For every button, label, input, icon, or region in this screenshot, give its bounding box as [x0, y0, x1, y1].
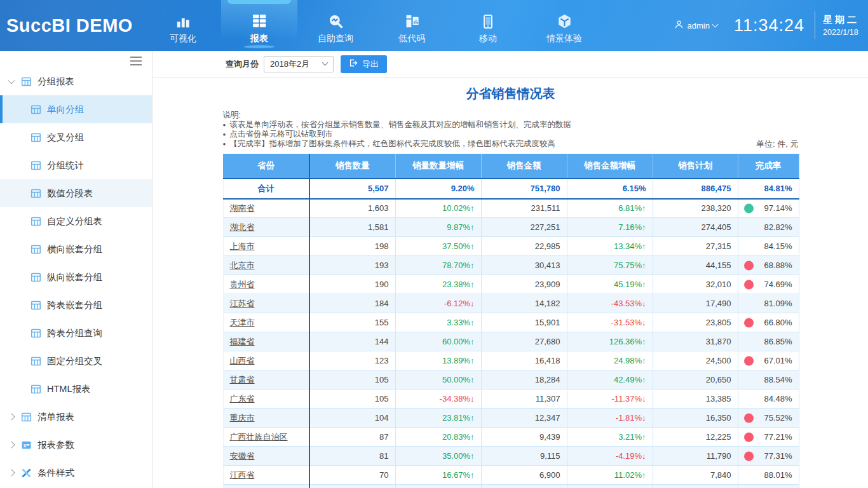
nav-item-label: 移动 — [479, 33, 497, 44]
amount-growth-cell: 45.19%↑ — [567, 275, 653, 294]
table-icon — [31, 104, 41, 115]
qty-growth-cell: 50.00%↑ — [395, 370, 481, 390]
nav-item-low-code[interactable]: 低代码 — [374, 0, 450, 51]
total-cell: 合计 — [223, 179, 309, 199]
province-link[interactable]: 广西壮族自治区 — [230, 432, 288, 442]
province-cell: 江苏省 — [223, 294, 309, 313]
user-menu[interactable]: admin — [674, 20, 717, 31]
green-status-dot-icon — [744, 203, 754, 213]
table-icon — [31, 216, 41, 227]
qty-cell: 87 — [309, 428, 395, 447]
chart-bars-icon — [175, 11, 191, 30]
low-code-blocks-icon — [403, 11, 421, 30]
table-icon — [21, 76, 32, 87]
table-icon — [31, 328, 41, 339]
province-link[interactable]: 山西省 — [230, 356, 255, 365]
qty-cell: 184 — [309, 294, 395, 313]
qty-growth-cell: 37.50%↑ — [395, 237, 481, 256]
province-link[interactable]: 贵州省 — [230, 280, 255, 289]
nav-item-label: 情景体验 — [546, 33, 582, 44]
sidebar-item-condition-style[interactable]: 条件样式 — [0, 459, 152, 487]
rate-cell: 82.82% — [738, 218, 799, 237]
province-cell: 北京市 — [223, 256, 309, 275]
province-link[interactable]: 广东省 — [230, 394, 255, 403]
province-link[interactable]: 湖南省 — [230, 203, 255, 213]
nav-item-self-query[interactable]: 自助查询 — [297, 0, 374, 51]
sidebar-item-cross-group[interactable]: 交叉分组 — [0, 123, 152, 151]
province-link[interactable]: 上海市 — [230, 241, 255, 251]
total-cell: 886,475 — [653, 179, 738, 199]
nav-item-report[interactable]: 报表 — [221, 0, 297, 51]
province-link[interactable]: 北京市 — [230, 261, 255, 270]
qty-cell: 193 — [309, 256, 395, 275]
export-button[interactable]: 导出 — [341, 55, 387, 73]
sidebar-item-label: HTML报表 — [47, 383, 90, 395]
table-icon — [31, 384, 41, 395]
sidebar-item-vertical-nested[interactable]: 纵向嵌套分组 — [0, 263, 152, 291]
column-header: 销售计划 — [653, 154, 738, 179]
table-row-天津市: 天津市1553.33%↑15,901-31.53%↓23,80566.80% — [223, 313, 799, 332]
sidebar-item-label: 固定分组交叉 — [47, 355, 102, 367]
nav-item-label: 自助查询 — [318, 33, 353, 44]
plan-cell: 24,500 — [653, 351, 738, 370]
province-link[interactable]: 甘肃省 — [230, 375, 255, 384]
sidebar-item-horizontal-nested[interactable]: 横向嵌套分组 — [0, 235, 152, 263]
nav-item-visualization[interactable]: 可视化 — [145, 0, 221, 51]
weekday-label: 星期二 — [823, 14, 859, 26]
rate-cell: 75.52% — [738, 409, 799, 428]
table-icon — [31, 272, 41, 283]
amount-growth-cell: 24.98%↑ — [567, 351, 653, 370]
qty-growth-cell: -34.38%↓ — [395, 390, 481, 409]
note-line: 点击省份单元格可以钻取到市 — [223, 130, 799, 139]
export-icon — [349, 58, 358, 69]
month-select[interactable]: 2018年2月 — [264, 56, 334, 72]
province-cell: 山西省 — [223, 351, 309, 370]
search-chart-icon — [327, 11, 344, 30]
province-link[interactable]: 安徽省 — [230, 451, 255, 461]
table-row-福建省: 福建省14460.00%↑27,680126.36%↑31,87086.85% — [223, 332, 799, 351]
amount-growth-cell: -1.81%↓ — [567, 409, 653, 428]
qty-cell: 190 — [309, 275, 395, 294]
province-cell: 广东省 — [223, 390, 309, 409]
nav-item-mobile[interactable]: 移动 — [450, 0, 526, 51]
sidebar-item-crosstable-nested[interactable]: 跨表嵌套分组 — [0, 291, 152, 319]
red-status-dot-icon — [744, 432, 754, 442]
top-nav: 可视化报表自助查询低代码移动情景体验 — [145, 0, 602, 51]
nav-item-scene-experience[interactable]: 情景体验 — [526, 0, 602, 51]
province-link[interactable]: 江西省 — [230, 470, 255, 480]
qty-growth-cell: 10.02%↑ — [395, 199, 481, 218]
param-icon: x= — [21, 440, 32, 451]
sidebar-item-custom-group[interactable]: 自定义分组表 — [0, 207, 152, 235]
column-header: 销售金额 — [481, 154, 567, 179]
total-cell: 751,780 — [481, 179, 567, 199]
province-link[interactable]: 江苏省 — [230, 299, 255, 308]
note-line: 该表是单向浮动表，按省分组显示销售数量、销售金额及其对应的增幅和销售计划、完成率… — [223, 120, 799, 130]
sidebar-item-report-params[interactable]: x=报表参数 — [0, 431, 152, 459]
province-link[interactable]: 福建省 — [230, 337, 255, 346]
collapse-sidebar-button[interactable] — [130, 57, 142, 68]
qty-growth-cell: 23.38%↑ — [395, 275, 481, 294]
sidebar-item-html-report[interactable]: HTML报表 — [0, 375, 152, 403]
sidebar-item-numeric-segment[interactable]: 数值分段表 — [0, 179, 152, 207]
province-link[interactable]: 重庆市 — [230, 413, 255, 423]
red-status-dot-icon — [744, 413, 754, 423]
province-link[interactable]: 天津市 — [230, 318, 255, 327]
filter-label: 查询月份 — [226, 58, 259, 70]
sidebar-item-crosstable-query[interactable]: 跨表分组查询 — [0, 319, 152, 347]
qty-growth-cell: 78.70%↑ — [395, 256, 481, 275]
table-icon — [31, 160, 41, 171]
nav-item-label: 低代码 — [398, 33, 425, 44]
sidebar-item-group-stats[interactable]: 分组统计 — [0, 151, 152, 179]
report-toolbar: 查询月份 2018年2月 导出 — [153, 51, 868, 78]
qty-cell: 104 — [309, 409, 395, 428]
sidebar-item-fixed-cross[interactable]: 固定分组交叉 — [0, 347, 152, 375]
rate-cell: 88.54% — [738, 370, 799, 390]
sidebar-item-group-report[interactable]: 分组报表 — [0, 67, 152, 95]
sidebar-item-label: 自定义分组表 — [47, 215, 102, 227]
sidebar-item-list-report[interactable]: 清单报表 — [0, 403, 152, 431]
date-label: 2022/1/18 — [823, 28, 859, 37]
sidebar-item-oneway-group[interactable]: 单向分组 — [0, 95, 152, 123]
sidebar: 分组报表单向分组交叉分组分组统计数值分段表自定义分组表横向嵌套分组纵向嵌套分组跨… — [0, 51, 153, 488]
province-link[interactable]: 湖北省 — [230, 222, 255, 232]
plan-cell: 16,350 — [653, 409, 738, 428]
